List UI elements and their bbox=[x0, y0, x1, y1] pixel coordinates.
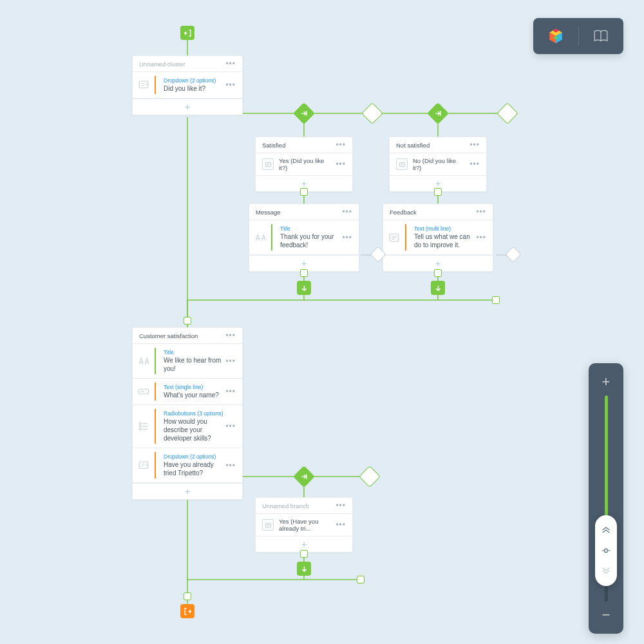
field-type: Title bbox=[164, 349, 225, 355]
cluster-menu[interactable]: ••• bbox=[225, 60, 236, 68]
connector-port[interactable] bbox=[357, 576, 365, 583]
connector-port[interactable] bbox=[492, 296, 500, 304]
branch-menu[interactable]: ••• bbox=[336, 502, 346, 509]
cluster-menu[interactable]: ••• bbox=[225, 332, 236, 339]
condition-icon bbox=[396, 158, 408, 170]
field-type: Dropdown (2 options) bbox=[164, 453, 225, 460]
field-row[interactable]: Title We like to hear from you! ••• bbox=[133, 344, 242, 379]
branch-diamond-hollow[interactable] bbox=[497, 102, 518, 124]
field-label: Tell us what we can do to improve it. bbox=[414, 232, 476, 249]
field-row[interactable]: Dropdown (2 options) Have you already tr… bbox=[133, 448, 242, 483]
tripetto-logo-icon bbox=[547, 27, 565, 45]
logo-button[interactable] bbox=[533, 18, 578, 54]
connector-port[interactable] bbox=[300, 269, 308, 277]
cluster-title: Message bbox=[256, 209, 281, 216]
condition-label: Yes (Did you like it?) bbox=[279, 157, 330, 171]
branch-diamond[interactable] bbox=[427, 102, 449, 124]
end-node[interactable] bbox=[180, 604, 194, 618]
branch-diamond[interactable] bbox=[293, 466, 315, 488]
connector-port[interactable] bbox=[434, 188, 442, 196]
field-row[interactable]: Radiobuttons (3 options) How would you d… bbox=[133, 405, 242, 448]
cluster-title: Unnamed cluster bbox=[139, 61, 185, 68]
row-menu[interactable]: ••• bbox=[225, 422, 236, 431]
field-row[interactable]: Text (multi line) Tell us what we can do… bbox=[383, 220, 493, 255]
multiline-icon bbox=[387, 231, 401, 245]
zoom-out-button[interactable]: − bbox=[602, 605, 611, 625]
connector-port[interactable] bbox=[184, 317, 191, 325]
condition-row[interactable]: Yes (Did you like it?) ••• bbox=[256, 153, 352, 175]
field-row[interactable]: Text (single line) What's your name? ••• bbox=[133, 379, 242, 405]
connector-port[interactable] bbox=[300, 550, 308, 558]
field-type: Radiobuttons (3 options) bbox=[164, 410, 225, 417]
row-menu[interactable]: ••• bbox=[225, 461, 236, 470]
svg-point-25 bbox=[139, 428, 141, 430]
connector-port[interactable] bbox=[184, 592, 191, 600]
condition-row[interactable]: No (Did you like it?) ••• bbox=[390, 153, 486, 175]
cluster-feedback[interactable]: Feedback ••• Text (multi line) Tell us w… bbox=[383, 204, 493, 272]
zoom-slider-fill bbox=[605, 395, 608, 523]
connector-port[interactable] bbox=[434, 269, 442, 277]
connector-port[interactable] bbox=[300, 188, 308, 196]
title-icon bbox=[137, 354, 151, 368]
condition-label: No (Did you like it?) bbox=[413, 157, 464, 171]
singleline-icon bbox=[137, 384, 151, 399]
cluster-menu[interactable]: ••• bbox=[476, 208, 486, 216]
branch-not-satisfied[interactable]: Not satisfied ••• No (Did you like it?) … bbox=[389, 137, 487, 192]
dropdown-icon bbox=[137, 78, 151, 92]
field-label: Thank you for your feedback! bbox=[280, 232, 342, 249]
row-menu[interactable]: ••• bbox=[469, 160, 480, 168]
cluster-message[interactable]: Message ••• Title Thank you for your fee… bbox=[249, 204, 359, 272]
dropdown-icon bbox=[137, 459, 151, 473]
field-type: Title bbox=[280, 225, 342, 232]
branch-unnamed[interactable]: Unnamed branch ••• Yes (Have you already… bbox=[255, 497, 353, 553]
add-field-button[interactable]: + bbox=[133, 99, 242, 115]
condition-icon bbox=[262, 519, 274, 531]
branch-menu[interactable]: ••• bbox=[336, 141, 346, 149]
zoom-slider-handle[interactable] bbox=[595, 515, 617, 586]
row-menu[interactable]: ••• bbox=[225, 357, 236, 366]
field-label: Did you like it? bbox=[164, 84, 225, 93]
continue-node[interactable] bbox=[297, 562, 311, 576]
svg-rect-34 bbox=[605, 549, 607, 552]
branch-title: Unnamed branch bbox=[262, 502, 309, 509]
cluster-title: Feedback bbox=[390, 209, 417, 216]
branch-diamond-hollow[interactable] bbox=[361, 102, 383, 124]
row-menu[interactable]: ••• bbox=[225, 387, 236, 396]
docs-button[interactable] bbox=[579, 18, 624, 54]
cluster-title: Customer satisfaction bbox=[139, 332, 198, 339]
branch-menu[interactable]: ••• bbox=[469, 141, 480, 149]
add-field-button[interactable]: + bbox=[133, 483, 242, 499]
start-node[interactable] bbox=[180, 26, 194, 40]
row-menu[interactable]: ••• bbox=[476, 233, 486, 242]
branch-satisfied[interactable]: Satisfied ••• Yes (Did you like it?) •••… bbox=[255, 137, 353, 192]
row-menu[interactable]: ••• bbox=[342, 233, 352, 242]
chevron-down-double-icon bbox=[601, 567, 611, 574]
branch-end-diamond[interactable] bbox=[505, 246, 521, 262]
row-menu[interactable]: ••• bbox=[225, 80, 236, 90]
condition-row[interactable]: Yes (Have you already tri... ••• bbox=[256, 514, 352, 536]
field-label: We like to hear from you! bbox=[164, 356, 225, 373]
row-menu[interactable]: ••• bbox=[336, 160, 346, 168]
branch-title: Satisfied bbox=[262, 142, 285, 149]
field-row[interactable]: Title Thank you for your feedback! ••• bbox=[249, 220, 359, 255]
field-label: How would you describe your developer sk… bbox=[164, 417, 225, 442]
continue-node[interactable] bbox=[297, 281, 311, 295]
field-type: Text (multi line) bbox=[414, 225, 476, 232]
cluster-customer-satisfaction[interactable]: Customer satisfaction ••• Title We like … bbox=[132, 327, 243, 500]
condition-icon bbox=[262, 158, 274, 170]
branch-diamond-hollow[interactable] bbox=[359, 466, 381, 488]
radio-icon bbox=[137, 419, 151, 433]
svg-rect-19 bbox=[265, 162, 270, 166]
field-type: Text (single line) bbox=[164, 384, 225, 390]
zoom-in-button[interactable]: + bbox=[602, 372, 611, 392]
continue-node[interactable] bbox=[431, 281, 445, 295]
branch-diamond[interactable] bbox=[293, 102, 315, 124]
field-row[interactable]: Dropdown (2 options) Did you like it? ••… bbox=[133, 72, 242, 99]
book-icon bbox=[592, 29, 609, 43]
zoom-slider-track[interactable] bbox=[605, 395, 608, 601]
cluster-menu[interactable]: ••• bbox=[342, 208, 352, 216]
field-label: What's your name? bbox=[164, 391, 225, 399]
cluster-unnamed[interactable]: Unnamed cluster ••• Dropdown (2 options)… bbox=[132, 55, 243, 115]
row-menu[interactable]: ••• bbox=[336, 521, 346, 529]
svg-rect-20 bbox=[399, 162, 404, 166]
